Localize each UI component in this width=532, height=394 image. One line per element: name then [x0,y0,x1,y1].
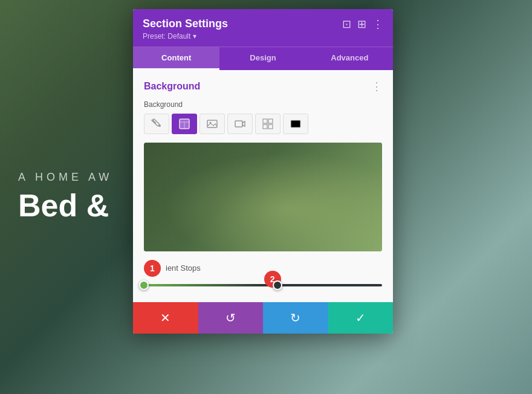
save-icon: ✓ [355,311,366,325]
gradient-stops-row: 1 ient Stops [144,260,382,277]
modal-preset[interactable]: Preset: Default ▾ [143,32,228,40]
color-swatch-icon [179,118,190,129]
bg-type-pattern[interactable] [255,114,281,134]
svg-rect-8 [291,120,300,128]
slider-thumb-right[interactable] [273,280,282,290]
tagline-text: A HOME AW [18,171,112,184]
modal-header-right: ⊡ ⊞ ⋮ [342,18,383,31]
paint-bucket-icon [151,118,162,129]
bg-type-image[interactable] [199,114,225,134]
bg-type-gradient[interactable] [283,114,308,134]
save-button[interactable]: ✓ [328,302,394,334]
video-icon [235,118,245,129]
svg-rect-7 [268,124,273,129]
gradient-preview [144,143,382,251]
bg-field-label: Background [144,100,382,109]
tab-content[interactable]: Content [133,47,219,70]
modal-panel: Section Settings Preset: Default ▾ ⊡ ⊞ ⋮… [133,9,393,334]
redo-button[interactable]: ↻ [263,302,328,334]
cancel-icon: ✕ [160,311,170,325]
bg-type-row [144,114,382,134]
modal-body: Background ⋮ Background [133,70,393,302]
undo-icon: ↺ [225,311,236,325]
svg-rect-4 [263,119,267,123]
section-title: Background [144,81,200,92]
step-badge-1: 1 [144,260,161,277]
modal-header: Section Settings Preset: Default ▾ ⊡ ⊞ ⋮ [133,9,393,47]
background-section-heading: Background ⋮ [144,80,382,93]
modal-header-left: Section Settings Preset: Default ▾ [143,18,228,40]
modal-title: Section Settings [143,18,228,31]
bg-text-overlay: A HOME AW Bed & [18,171,112,223]
tab-design[interactable]: Design [219,47,306,70]
modal-footer: ✕ ↺ ↻ ✓ [133,302,393,334]
svg-rect-6 [263,124,267,129]
gradient-slider-track[interactable]: 2 [144,284,382,286]
gradient-icon [290,118,301,129]
cancel-button[interactable]: ✕ [133,302,198,334]
bg-type-none[interactable] [144,114,169,134]
svg-rect-3 [235,121,242,127]
section-menu-icon[interactable]: ⋮ [371,80,382,93]
layout-icon[interactable]: ⊞ [357,18,366,31]
pattern-icon [262,118,273,129]
responsive-icon[interactable]: ⊡ [342,18,351,31]
slider-row: 2 [144,282,382,292]
bg-type-video[interactable] [227,114,253,134]
slider-thumb-left[interactable] [139,280,149,290]
image-icon [207,118,218,129]
modal-tabs: Content Design Advanced [133,47,393,70]
stops-label: ient Stops [166,263,201,273]
headline-text: Bed & [18,189,112,223]
redo-icon: ↻ [290,311,300,325]
tab-advanced[interactable]: Advanced [307,47,393,70]
bg-type-color[interactable] [172,114,197,134]
more-icon[interactable]: ⋮ [372,18,383,31]
undo-button[interactable]: ↺ [198,302,264,334]
svg-rect-5 [268,119,273,123]
